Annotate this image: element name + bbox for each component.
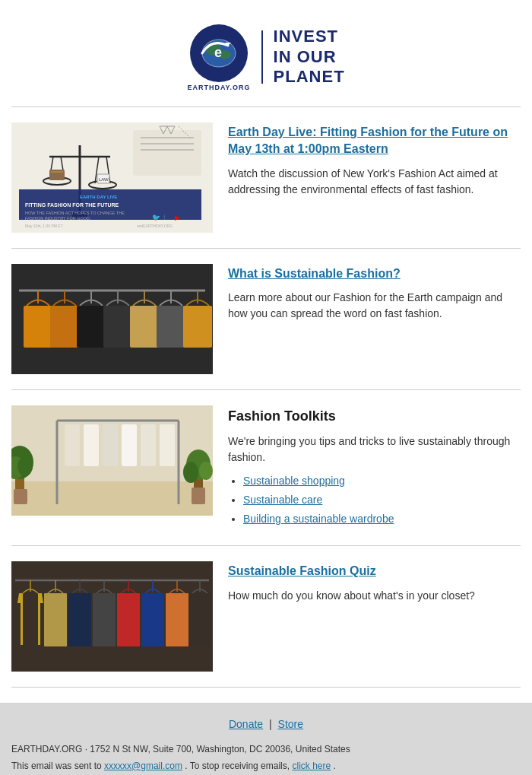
- toolkit-link-wardrobe[interactable]: Building a sustainable wardrobe: [243, 513, 394, 525]
- svg-rect-72: [14, 489, 27, 504]
- svg-rect-87: [141, 593, 164, 646]
- svg-text:andEARTHDAY.ORG: andEARTHDAY.ORG: [137, 224, 173, 228]
- footer-unsubscribe-link[interactable]: click here: [292, 761, 331, 771]
- article-row: What is Sustainable Fashion? Learn more …: [0, 249, 532, 389]
- footer-email-row: This email was sent to xxxxxx@gmail.com …: [11, 758, 521, 775]
- article-row: Sustainable Fashion Quiz How much do you…: [0, 546, 532, 687]
- svg-rect-73: [192, 488, 205, 504]
- article-body-sustainable: Learn more about our Fashion for the Ear…: [228, 290, 521, 322]
- svg-text:🐦: 🐦: [152, 213, 161, 222]
- svg-rect-81: [68, 593, 91, 646]
- svg-text:e: e: [214, 45, 222, 60]
- svg-rect-64: [103, 424, 118, 466]
- footer-address: EARTHDAY.ORG · 1752 N St NW, Suite 700, …: [0, 742, 532, 775]
- svg-text:FITTING FASHION FOR THE FUTURE: FITTING FASHION FOR THE FUTURE: [25, 202, 119, 208]
- svg-rect-67: [160, 424, 175, 466]
- svg-text:LAW: LAW: [99, 177, 109, 182]
- earthday-logo: e EARTHDAY.ORG: [187, 23, 250, 91]
- article-body-quiz: How much do you know about what's in you…: [228, 588, 521, 604]
- svg-rect-41: [50, 306, 79, 348]
- donate-link[interactable]: Donate: [229, 718, 263, 730]
- svg-text:May 13th, 1:00 PM ET: May 13th, 1:00 PM ET: [25, 224, 63, 228]
- svg-rect-45: [103, 306, 132, 348]
- svg-text:▶: ▶: [175, 214, 180, 221]
- svg-rect-66: [141, 424, 156, 466]
- article-title-plain: Fashion Toolkits: [228, 407, 521, 426]
- svg-text:EARTH DAY LIVE: EARTH DAY LIVE: [80, 195, 117, 199]
- svg-rect-65: [122, 424, 137, 466]
- logo-group: e EARTHDAY.ORG INVEST IN OUR PLANET: [187, 23, 344, 91]
- svg-rect-51: [183, 306, 212, 348]
- svg-rect-63: [84, 424, 99, 466]
- svg-rect-62: [65, 424, 80, 466]
- svg-text:HOW THE FASHION ACT HOPES TO C: HOW THE FASHION ACT HOPES TO CHANGE THE: [25, 211, 125, 215]
- footer-email-note: This email was sent to: [11, 761, 102, 771]
- footer-separator: |: [269, 718, 272, 730]
- earthday-url-text: EARTHDAY.ORG: [187, 84, 250, 91]
- article-title-link-quiz[interactable]: Sustainable Fashion Quiz: [228, 563, 521, 580]
- svg-rect-79: [44, 593, 67, 646]
- toolkit-list: Sustainable shopping Sustainable care Bu…: [228, 473, 521, 527]
- toolkit-link-care[interactable]: Sustainable care: [243, 494, 322, 506]
- svg-rect-89: [166, 593, 188, 646]
- svg-rect-16: [49, 170, 65, 180]
- svg-rect-43: [77, 306, 106, 348]
- svg-rect-83: [93, 593, 116, 646]
- svg-rect-39: [24, 306, 52, 348]
- svg-rect-54: [11, 481, 213, 516]
- spacer: [0, 688, 532, 703]
- article-content-quiz: Sustainable Fashion Quiz How much do you…: [228, 561, 521, 603]
- store-link[interactable]: Store: [278, 718, 303, 730]
- article-image-boutique: [11, 405, 213, 516]
- article-title-link-sustainable[interactable]: What is Sustainable Fashion?: [228, 265, 521, 282]
- article-row: LAW EARTH DAY LIVE FITTING FASHION FOR T…: [0, 107, 532, 248]
- svg-point-58: [17, 456, 33, 476]
- footer-unsubscribe-text: . To stop receiving emails,: [185, 761, 290, 771]
- svg-point-71: [199, 462, 213, 480]
- article-image-hangers: [11, 264, 213, 374]
- svg-rect-85: [117, 593, 140, 646]
- article-body-toolkits: We're bringing you tips and tricks to li…: [228, 434, 521, 527]
- article-title-link[interactable]: Earth Day Live: Fitting Fashion for the …: [228, 124, 521, 158]
- article-content: What is Sustainable Fashion? Learn more …: [228, 264, 521, 322]
- svg-point-70: [183, 462, 198, 483]
- svg-text:FASHION INDUSTRY FOR GOOD.: FASHION INDUSTRY FOR GOOD.: [25, 216, 91, 221]
- toolkit-link-shopping[interactable]: Sustainable shopping: [243, 475, 345, 487]
- article-image-colorful-clothes: [11, 561, 213, 672]
- svg-rect-47: [130, 306, 159, 348]
- svg-rect-7: [133, 130, 201, 176]
- header-divider: [261, 30, 263, 84]
- footer-period: .: [334, 761, 336, 771]
- article-row: Fashion Toolkits We're bringing you tips…: [0, 390, 532, 545]
- footer-links: Donate | Store: [0, 703, 532, 742]
- svg-rect-49: [157, 306, 185, 348]
- article-content-toolkits: Fashion Toolkits We're bringing you tips…: [228, 405, 521, 530]
- footer-email-link[interactable]: xxxxxx@gmail.com: [104, 761, 182, 771]
- header: e EARTHDAY.ORG INVEST IN OUR PLANET: [0, 0, 532, 106]
- footer-address-text: EARTHDAY.ORG · 1752 N St NW, Suite 700, …: [11, 742, 521, 758]
- header-tagline: INVEST IN OUR PLANET: [274, 27, 345, 87]
- svg-rect-91: [188, 593, 211, 646]
- article-body: Watch the discussion of New York's Fashi…: [228, 166, 521, 198]
- article-content: Earth Day Live: Fitting Fashion for the …: [228, 122, 521, 198]
- article-image-fashion-scales: LAW EARTH DAY LIVE FITTING FASHION FOR T…: [11, 122, 213, 233]
